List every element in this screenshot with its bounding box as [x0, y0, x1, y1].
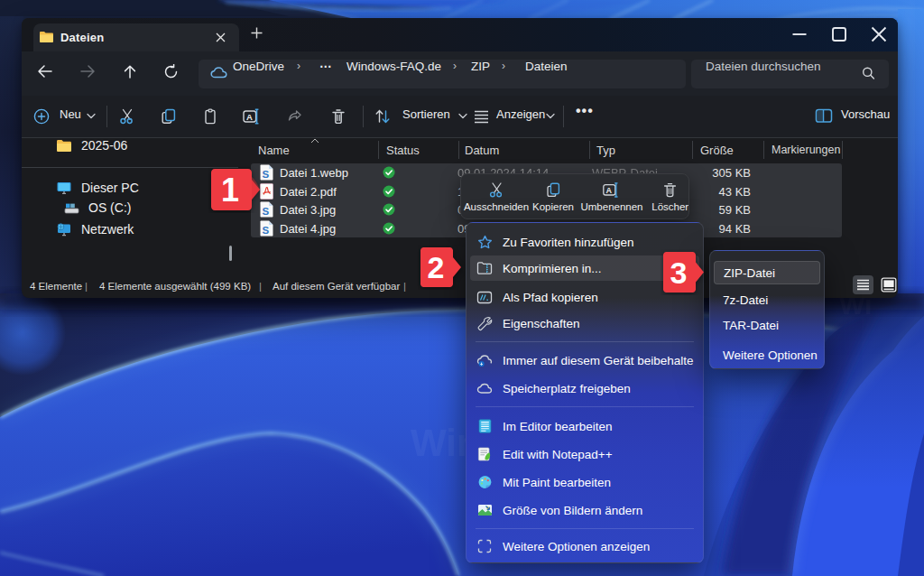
- svg-text:2: 2: [428, 250, 445, 284]
- svg-text:A: A: [246, 112, 253, 122]
- svg-text:1: 1: [221, 172, 239, 209]
- svg-text:S: S: [263, 225, 270, 236]
- svg-text:A: A: [606, 186, 613, 195]
- svg-text:3: 3: [670, 255, 688, 290]
